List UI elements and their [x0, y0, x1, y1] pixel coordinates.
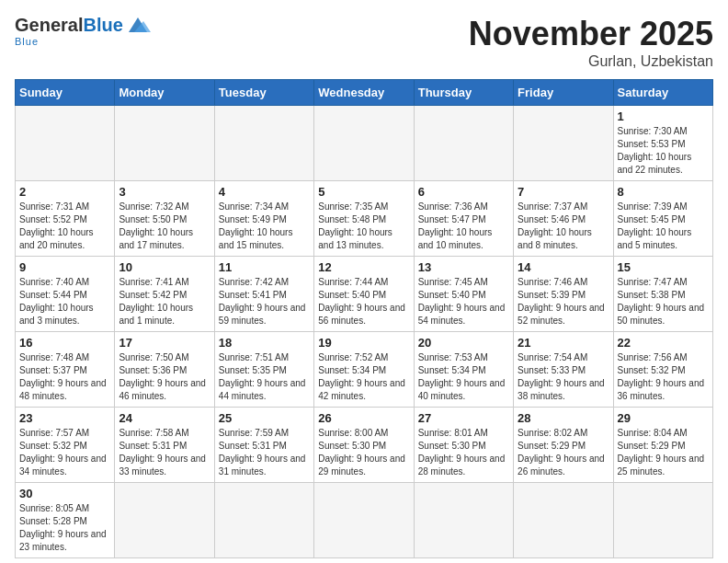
day-number: 11 — [219, 260, 310, 274]
day-number: 25 — [219, 411, 310, 425]
calendar-day-cell — [214, 106, 313, 181]
calendar-day-cell: 22Sunrise: 7:56 AM Sunset: 5:32 PM Dayli… — [613, 332, 712, 408]
calendar-week-row: 30Sunrise: 8:05 AM Sunset: 5:28 PM Dayli… — [16, 483, 713, 558]
day-number: 10 — [119, 260, 210, 274]
day-number: 24 — [119, 411, 210, 425]
calendar-day-cell — [314, 483, 414, 558]
day-number: 28 — [518, 411, 609, 425]
day-number: 17 — [119, 336, 210, 350]
day-number: 15 — [618, 260, 709, 274]
calendar-week-row: 1Sunrise: 7:30 AM Sunset: 5:53 PM Daylig… — [16, 106, 713, 181]
day-info: Sunrise: 7:37 AM Sunset: 5:46 PM Dayligh… — [518, 201, 609, 252]
day-number: 14 — [518, 260, 609, 274]
calendar-day-cell: 13Sunrise: 7:45 AM Sunset: 5:40 PM Dayli… — [414, 257, 513, 332]
day-info: Sunrise: 7:40 AM Sunset: 5:44 PM Dayligh… — [19, 276, 110, 327]
day-number: 22 — [618, 336, 709, 350]
day-info: Sunrise: 8:05 AM Sunset: 5:28 PM Dayligh… — [19, 502, 110, 554]
day-info: Sunrise: 7:54 AM Sunset: 5:33 PM Dayligh… — [518, 351, 609, 403]
calendar-day-cell: 9Sunrise: 7:40 AM Sunset: 5:44 PM Daylig… — [16, 257, 115, 332]
calendar-week-row: 2Sunrise: 7:31 AM Sunset: 5:52 PM Daylig… — [16, 181, 713, 257]
calendar-day-cell: 16Sunrise: 7:48 AM Sunset: 5:37 PM Dayli… — [16, 332, 115, 408]
calendar-day-cell: 28Sunrise: 8:02 AM Sunset: 5:29 PM Dayli… — [514, 408, 613, 483]
calendar-day-cell: 3Sunrise: 7:32 AM Sunset: 5:50 PM Daylig… — [115, 181, 214, 257]
day-info: Sunrise: 7:56 AM Sunset: 5:32 PM Dayligh… — [618, 351, 709, 403]
day-info: Sunrise: 7:51 AM Sunset: 5:35 PM Dayligh… — [219, 351, 310, 403]
day-number: 27 — [418, 411, 509, 425]
calendar-day-cell — [613, 483, 712, 558]
calendar-day-cell: 8Sunrise: 7:39 AM Sunset: 5:45 PM Daylig… — [613, 181, 712, 257]
calendar-day-cell — [115, 483, 214, 558]
day-number: 9 — [19, 260, 110, 274]
day-info: Sunrise: 7:35 AM Sunset: 5:48 PM Dayligh… — [318, 201, 409, 252]
calendar-day-cell — [514, 483, 613, 558]
calendar-day-cell: 11Sunrise: 7:42 AM Sunset: 5:41 PM Dayli… — [214, 257, 313, 332]
calendar-day-cell: 26Sunrise: 8:00 AM Sunset: 5:30 PM Dayli… — [314, 408, 414, 483]
day-number: 26 — [318, 411, 409, 425]
month-title: November 2025 — [469, 15, 713, 53]
day-info: Sunrise: 8:04 AM Sunset: 5:29 PM Dayligh… — [618, 427, 709, 478]
day-number: 23 — [19, 411, 110, 425]
day-number: 18 — [219, 336, 310, 350]
weekday-header-saturday: Saturday — [613, 80, 712, 106]
day-info: Sunrise: 7:59 AM Sunset: 5:31 PM Dayligh… — [219, 427, 310, 478]
calendar-day-cell: 10Sunrise: 7:41 AM Sunset: 5:42 PM Dayli… — [115, 257, 214, 332]
day-info: Sunrise: 7:30 AM Sunset: 5:53 PM Dayligh… — [618, 125, 709, 177]
calendar-day-cell: 24Sunrise: 7:58 AM Sunset: 5:31 PM Dayli… — [115, 408, 214, 483]
calendar-day-cell — [414, 106, 513, 181]
calendar-day-cell: 30Sunrise: 8:05 AM Sunset: 5:28 PM Dayli… — [16, 483, 115, 558]
day-info: Sunrise: 7:45 AM Sunset: 5:40 PM Dayligh… — [418, 276, 509, 327]
weekday-header-thursday: Thursday — [414, 80, 513, 106]
day-number: 4 — [219, 185, 310, 199]
day-info: Sunrise: 7:32 AM Sunset: 5:50 PM Dayligh… — [119, 201, 210, 252]
logo: General Blue Blue — [15, 15, 151, 47]
weekday-header-row: SundayMondayTuesdayWednesdayThursdayFrid… — [16, 80, 713, 106]
calendar-day-cell — [115, 106, 214, 181]
day-info: Sunrise: 7:42 AM Sunset: 5:41 PM Dayligh… — [219, 276, 310, 327]
weekday-header-sunday: Sunday — [16, 80, 115, 106]
calendar-week-row: 23Sunrise: 7:57 AM Sunset: 5:32 PM Dayli… — [16, 408, 713, 483]
calendar-day-cell — [414, 483, 513, 558]
calendar-day-cell: 25Sunrise: 7:59 AM Sunset: 5:31 PM Dayli… — [214, 408, 313, 483]
weekday-header-friday: Friday — [514, 80, 613, 106]
day-number: 6 — [418, 185, 509, 199]
day-number: 5 — [318, 185, 409, 199]
day-number: 16 — [19, 336, 110, 350]
day-info: Sunrise: 7:31 AM Sunset: 5:52 PM Dayligh… — [19, 201, 110, 252]
day-info: Sunrise: 7:50 AM Sunset: 5:36 PM Dayligh… — [119, 351, 210, 403]
calendar-day-cell: 7Sunrise: 7:37 AM Sunset: 5:46 PM Daylig… — [514, 181, 613, 257]
location-title: Gurlan, Uzbekistan — [469, 53, 713, 70]
logo-icon — [125, 16, 151, 36]
day-info: Sunrise: 7:39 AM Sunset: 5:45 PM Dayligh… — [618, 201, 709, 252]
calendar-day-cell — [314, 106, 414, 181]
day-number: 20 — [418, 336, 509, 350]
day-number: 13 — [418, 260, 509, 274]
weekday-header-wednesday: Wednesday — [314, 80, 414, 106]
calendar-day-cell — [16, 106, 115, 181]
day-info: Sunrise: 7:57 AM Sunset: 5:32 PM Dayligh… — [19, 427, 110, 478]
day-number: 21 — [518, 336, 609, 350]
calendar-day-cell: 14Sunrise: 7:46 AM Sunset: 5:39 PM Dayli… — [514, 257, 613, 332]
day-number: 30 — [19, 487, 110, 500]
day-info: Sunrise: 8:01 AM Sunset: 5:30 PM Dayligh… — [418, 427, 509, 478]
day-number: 12 — [318, 260, 409, 274]
calendar-day-cell: 4Sunrise: 7:34 AM Sunset: 5:49 PM Daylig… — [214, 181, 313, 257]
day-info: Sunrise: 7:44 AM Sunset: 5:40 PM Dayligh… — [318, 276, 409, 327]
calendar-day-cell: 5Sunrise: 7:35 AM Sunset: 5:48 PM Daylig… — [314, 181, 414, 257]
day-number: 8 — [618, 185, 709, 199]
day-info: Sunrise: 7:34 AM Sunset: 5:49 PM Dayligh… — [219, 201, 310, 252]
day-info: Sunrise: 7:53 AM Sunset: 5:34 PM Dayligh… — [418, 351, 509, 403]
calendar-day-cell — [514, 106, 613, 181]
calendar-day-cell: 21Sunrise: 7:54 AM Sunset: 5:33 PM Dayli… — [514, 332, 613, 408]
day-number: 3 — [119, 185, 210, 199]
calendar: SundayMondayTuesdayWednesdayThursdayFrid… — [15, 79, 713, 558]
calendar-week-row: 9Sunrise: 7:40 AM Sunset: 5:44 PM Daylig… — [16, 257, 713, 332]
calendar-day-cell: 6Sunrise: 7:36 AM Sunset: 5:47 PM Daylig… — [414, 181, 513, 257]
day-info: Sunrise: 7:36 AM Sunset: 5:47 PM Dayligh… — [418, 201, 509, 252]
calendar-day-cell: 15Sunrise: 7:47 AM Sunset: 5:38 PM Dayli… — [613, 257, 712, 332]
weekday-header-monday: Monday — [115, 80, 214, 106]
calendar-day-cell: 2Sunrise: 7:31 AM Sunset: 5:52 PM Daylig… — [16, 181, 115, 257]
calendar-week-row: 16Sunrise: 7:48 AM Sunset: 5:37 PM Dayli… — [16, 332, 713, 408]
day-info: Sunrise: 7:52 AM Sunset: 5:34 PM Dayligh… — [318, 351, 409, 403]
calendar-day-cell: 27Sunrise: 8:01 AM Sunset: 5:30 PM Dayli… — [414, 408, 513, 483]
day-info: Sunrise: 7:58 AM Sunset: 5:31 PM Dayligh… — [119, 427, 210, 478]
